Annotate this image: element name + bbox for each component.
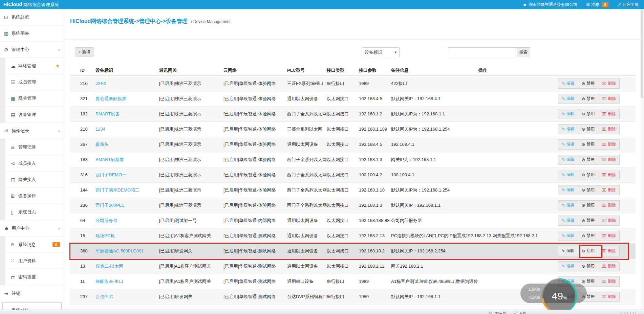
delete-button[interactable]: ⌧删除 xyxy=(598,185,620,195)
cell-ifparam: 192.168.1.189 xyxy=(359,121,391,137)
delete-button[interactable]: ⌧删除 xyxy=(598,170,620,180)
search-button[interactable]: 搜索 xyxy=(517,47,530,57)
disable-button[interactable]: ⊘禁用 xyxy=(578,124,598,134)
sidebar-item-label: 注销 xyxy=(12,290,20,296)
sidebar-item-network-mgmt[interactable]: ☁网络管理★ xyxy=(5,58,64,74)
device-link[interactable]: SMART设备 xyxy=(95,111,120,116)
edit-button[interactable]: ✎编辑 xyxy=(558,124,578,134)
delete-button[interactable]: ⌧删除 xyxy=(598,200,620,210)
sidebar-item-logout[interactable]: ⇥注销 xyxy=(0,285,64,301)
sidebar-item-member-access[interactable]: ⊲成员接入 xyxy=(5,155,64,172)
edit-button[interactable]: ✎编辑 xyxy=(558,155,578,165)
add-device-button[interactable]: + 新增 xyxy=(75,47,94,57)
delete-button[interactable]: ⌧删除 xyxy=(598,124,620,134)
edit-button[interactable]: ✎编辑 xyxy=(558,109,578,119)
sidebar-item-user-center[interactable]: ☻用户中心› xyxy=(0,220,64,237)
filter-dropdown[interactable]: 设备标识 ▾ xyxy=(362,47,400,57)
sidebar-item-charts[interactable]: ▥系统图表 xyxy=(0,25,64,42)
edit-pencil-icon: ✎ xyxy=(562,173,565,177)
device-link[interactable]: 西门子DEMO一 xyxy=(95,172,126,177)
delete-button[interactable]: ⌧删除 xyxy=(598,246,620,256)
cell-ifparam: 1989 xyxy=(359,289,391,304)
device-link[interactable]: 华辰智通AC 500PLC001 xyxy=(95,248,144,253)
disable-button[interactable]: ⊘禁用 xyxy=(578,200,598,210)
sidebar-item-label: 密码重置 xyxy=(18,274,36,280)
delete-button[interactable]: ⌧删除 xyxy=(598,216,620,226)
trash-icon: ⌧ xyxy=(602,142,606,147)
fullscreen-button[interactable]: ⤢ 开启全屏 xyxy=(617,2,639,7)
delete-button[interactable]: ⌧删除 xyxy=(598,94,620,104)
edit-button[interactable]: ✎编辑 xyxy=(558,216,578,226)
delete-button[interactable]: ⌧删除 xyxy=(598,261,620,271)
delete-button[interactable]: ⌧删除 xyxy=(598,155,620,165)
edit-button[interactable]: ✎编辑 xyxy=(558,261,578,271)
edit-button[interactable]: ✎编辑 xyxy=(558,139,578,150)
delete-button[interactable]: ⌧删除 xyxy=(598,292,620,302)
device-link[interactable]: 智能仪表-串口 xyxy=(95,279,123,284)
device-link[interactable]: 公司服务器 xyxy=(95,218,117,223)
cell-plc: 通用以太网设备 xyxy=(287,137,327,152)
disable-button[interactable]: ⊘禁用 xyxy=(578,216,598,226)
sidebar-item-device-ops[interactable]: ⊞设备操作 xyxy=(5,188,64,204)
edit-button[interactable]: ✎编辑 xyxy=(558,94,578,104)
sidebar-item-overview[interactable]: ⊡系统总览 xyxy=(0,9,64,25)
statusbar-icons[interactable]: ▢▢▢ xyxy=(622,311,638,314)
delete-button[interactable]: ⌧删除 xyxy=(598,139,620,150)
messages-menu[interactable]: ✉ 消息 0 xyxy=(586,2,608,7)
disable-button[interactable]: ⊘禁用 xyxy=(578,78,598,89)
disable-button[interactable]: ⊘禁用 xyxy=(578,155,598,165)
sidebar-item-admin-records[interactable]: ≣管理记录 xyxy=(5,139,64,155)
device-link[interactable]: JXFX xyxy=(95,81,106,86)
vertical-scrollbar[interactable] xyxy=(640,9,644,310)
sidebar-item-gateway-mgmt[interactable]: ▦网关管理 xyxy=(5,90,64,107)
delete-button[interactable]: ⌧删除 xyxy=(598,231,620,241)
delete-button[interactable]: ⌧删除 xyxy=(598,109,620,119)
disable-button[interactable]: ⊘禁用 xyxy=(578,261,598,271)
delete-button-label: 删除 xyxy=(608,111,616,117)
device-link[interactable]: 仪表二-以太网 xyxy=(95,264,123,269)
progress-circle[interactable]: 49 % xyxy=(541,277,578,314)
edit-button[interactable]: ✎编辑 xyxy=(558,78,578,89)
sidebar-item-admin-center[interactable]: ⚙管理中心› xyxy=(0,42,64,58)
edit-button[interactable]: ✎编辑 xyxy=(558,185,578,195)
sidebar-item-system-messages[interactable]: ⍾系统消息0 xyxy=(5,237,64,253)
delete-button[interactable]: ⌧删除 xyxy=(598,78,620,89)
device-link[interactable]: 西门子300PLC xyxy=(95,203,125,208)
device-link[interactable]: 现场PC机 xyxy=(95,233,115,238)
edit-button[interactable]: ✎编辑 xyxy=(558,200,578,210)
download-label[interactable]: 下载 xyxy=(519,311,526,314)
disable-button[interactable]: ⊘禁用 xyxy=(578,139,598,150)
progress-percent-unit: % xyxy=(563,295,567,300)
toggle-disable-icon: ⊘ xyxy=(582,127,585,132)
sidebar-item-op-records[interactable]: ↺操作记录› xyxy=(0,123,64,139)
device-link[interactable]: 摄像头 xyxy=(95,142,109,147)
sidebar-item-device-mgmt[interactable]: ▤设备管理 xyxy=(5,107,64,123)
sidebar-item-system-logs[interactable]: ▯系统日志 xyxy=(5,204,64,220)
company-menu[interactable]: ☻ 湖南华辰智通科技有限公司 xyxy=(523,2,578,7)
disable-button[interactable]: ⊘禁用 xyxy=(578,94,598,104)
device-link[interactable]: 昆仑通泰触摸屏 xyxy=(95,96,126,101)
company-name: 湖南华辰智通科技有限公司 xyxy=(529,2,577,7)
disable-button[interactable]: ⊘禁用 xyxy=(578,185,598,195)
delete-button[interactable]: ⌧删除 xyxy=(598,276,620,287)
accelerator-label[interactable]: 加速器 xyxy=(495,311,506,314)
disable-button[interactable]: ⊘禁用 xyxy=(578,170,598,180)
edit-pencil-icon: ✎ xyxy=(562,188,565,193)
scrollbar-thumb[interactable] xyxy=(641,10,643,98)
edit-button[interactable]: ✎编辑 xyxy=(558,170,578,180)
disable-button[interactable]: ⊘禁用 xyxy=(578,231,598,241)
search-input[interactable] xyxy=(448,47,517,57)
edit-button[interactable]: ✎编辑 xyxy=(558,246,578,256)
device-link[interactable]: 西门子演示DEMO箱二 xyxy=(95,187,139,193)
sidebar-item-gateway-access[interactable]: ◫网关接入 xyxy=(5,172,64,188)
device-link[interactable]: 1234 xyxy=(95,127,105,132)
cell-remark: 网关IP为：192.168.1.1 xyxy=(391,152,473,167)
sidebar-item-password-reset[interactable]: ⇄密码重置 xyxy=(5,269,64,285)
device-link[interactable]: 台达PLC xyxy=(95,294,113,299)
sidebar-item-member-mgmt[interactable]: ☷成员管理 xyxy=(5,74,64,90)
device-link[interactable]: SMART触摸屏 xyxy=(95,157,124,162)
enable-button[interactable]: ⊘启用 xyxy=(578,246,598,256)
sidebar-item-user-profile[interactable]: ∷用户资料 xyxy=(5,253,64,269)
disable-button[interactable]: ⊘禁用 xyxy=(578,109,598,119)
edit-button[interactable]: ✎编辑 xyxy=(558,231,578,241)
